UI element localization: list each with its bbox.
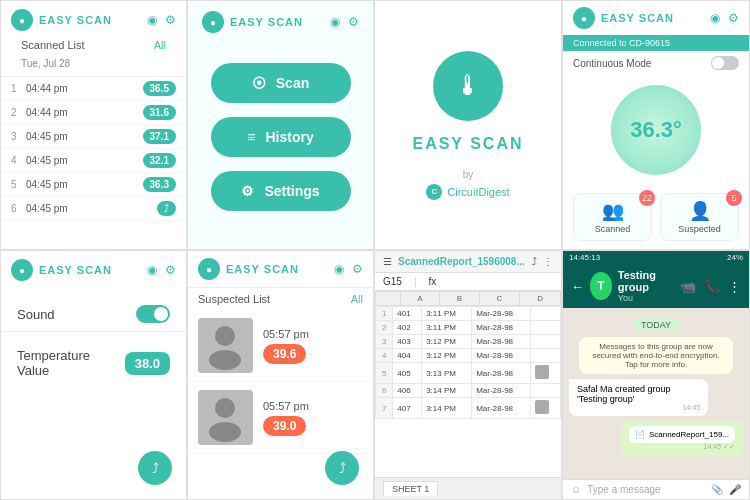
stats-row: 22 👥 Scanned 5 👤 Suspected	[563, 185, 749, 249]
table-cell[interactable]: 3:12 PM	[422, 349, 472, 363]
camera-icon[interactable]: ◉	[147, 263, 157, 277]
camera-icon[interactable]: ◉	[334, 262, 344, 276]
scan-time: 04:45 pm	[26, 131, 143, 142]
table-cell[interactable]: Mar-28-98	[472, 349, 531, 363]
menu-icon[interactable]: ☰	[383, 256, 392, 267]
temp-badge: 32.1	[143, 153, 176, 168]
table-cell[interactable]: 407	[393, 398, 422, 419]
table-cell[interactable]: 402	[393, 321, 422, 335]
cell-ref-bar: G15 | fx	[375, 273, 561, 291]
share-button[interactable]: ⤴	[157, 201, 176, 216]
camera-icon[interactable]: ◉	[330, 15, 340, 29]
splash-panel: 🌡 EASY SCAN by C CircuitDigest	[374, 0, 562, 250]
suspect-photo	[198, 318, 253, 373]
scan-button[interactable]: ⦿ Scan	[211, 63, 351, 103]
table-cell[interactable]: 3:11 PM	[422, 307, 472, 321]
table-cell[interactable]: 401	[393, 307, 422, 321]
call-icon[interactable]: 📞	[704, 279, 720, 294]
more-icon[interactable]: ⋮	[728, 279, 741, 294]
col-header-b: B	[440, 292, 479, 306]
col-header-d: D	[520, 292, 561, 306]
table-cell[interactable]	[531, 307, 561, 321]
continuous-mode-toggle[interactable]	[711, 56, 739, 70]
history-icon: ≡	[247, 129, 255, 145]
suspect-photo	[198, 390, 253, 445]
svg-point-2	[209, 350, 241, 370]
history-label: History	[265, 129, 313, 145]
table-cell[interactable]: Mar-28-98	[472, 321, 531, 335]
table-cell[interactable]: Mar-28-98	[472, 384, 531, 398]
sound-toggle[interactable]	[136, 305, 170, 323]
gear-icon[interactable]: ⚙	[348, 15, 359, 29]
cell-ref[interactable]: G15	[383, 276, 402, 287]
table-cell[interactable]: 3:14 PM	[422, 384, 472, 398]
mic-icon[interactable]: 🎤	[729, 484, 741, 495]
system-message: Messages to this group are now secured w…	[579, 337, 733, 374]
gear-icon[interactable]: ⚙	[352, 262, 363, 276]
message-time: 14:45 ✓✓	[629, 443, 735, 451]
table-cell[interactable]: 404	[393, 349, 422, 363]
menu-buttons: ⦿ Scan ≡ History ⚙ Settings	[211, 63, 351, 211]
table-cell[interactable]: Mar-28-98	[472, 363, 531, 384]
table-cell[interactable]	[531, 349, 561, 363]
filter-all[interactable]: All	[154, 39, 166, 51]
table-row: 14013:11 PMMar-28-98	[376, 307, 561, 321]
more-icon[interactable]: ⋮	[543, 256, 553, 267]
table-row: 54053:13 PMMar-28-98	[376, 363, 561, 384]
table-cell[interactable]: 403	[393, 335, 422, 349]
table-cell[interactable]: 3:11 PM	[422, 321, 472, 335]
spreadsheet-grid[interactable]: A B C D 14013:11 PMMar-28-9824023:11 PMM…	[375, 291, 561, 477]
table-cell[interactable]: 3:12 PM	[422, 335, 472, 349]
toggle-knob	[712, 57, 724, 69]
temp-value-box[interactable]: 38.0	[125, 352, 170, 375]
table-cell[interactable]	[531, 363, 561, 384]
table-cell[interactable]	[531, 321, 561, 335]
table-cell[interactable]: Mar-28-98	[472, 307, 531, 321]
gear-icon[interactable]: ⚙	[728, 11, 739, 25]
file-attachment[interactable]: 📄 ScannedReport_159...	[629, 426, 735, 443]
gear-icon[interactable]: ⚙	[165, 13, 176, 27]
scan-time: 04:44 pm	[26, 83, 143, 94]
group-status: You	[618, 293, 674, 303]
scan-time: 04:45 pm	[26, 155, 143, 166]
video-call-icon[interactable]: 📹	[680, 279, 696, 294]
camera-icon[interactable]: ◉	[710, 11, 720, 25]
share-fab-button[interactable]: ⤴	[325, 451, 359, 485]
settings-button[interactable]: ⚙ Settings	[211, 171, 351, 211]
circuit-digest-brand: C CircuitDigest	[426, 184, 509, 200]
suspect-card: 05:57 pm 39.6	[188, 310, 373, 382]
table-cell[interactable]: 3:13 PM	[422, 363, 472, 384]
message-input[interactable]: Type a message	[587, 484, 705, 495]
attach-icon[interactable]: 📎	[711, 484, 723, 495]
table-cell[interactable]: 3:14 PM	[422, 398, 472, 419]
sheet-tab-1[interactable]: SHEET 1	[383, 481, 438, 496]
table-cell[interactable]	[531, 384, 561, 398]
table-cell[interactable]: 405	[393, 363, 422, 384]
sent-message-file: 📄 ScannedReport_159... 14:45 ✓✓	[621, 421, 743, 456]
share-fab-button[interactable]: ⤴	[138, 451, 172, 485]
scanned-list-panel: ● EASY SCAN ◉ ⚙ Scanned List All Tue, Ju…	[0, 0, 187, 250]
scanned-count-badge: 22	[639, 190, 655, 206]
table-cell[interactable]	[531, 335, 561, 349]
share-icon[interactable]: ⤴	[532, 256, 537, 267]
filter-all[interactable]: All	[351, 293, 363, 305]
gear-icon[interactable]: ⚙	[165, 263, 176, 277]
table-cell[interactable]: Mar-28-98	[472, 335, 531, 349]
suspected-stat-card: 5 👤 Suspected	[660, 193, 739, 241]
history-button[interactable]: ≡ History	[211, 117, 351, 157]
row-number-cell: 1	[376, 307, 393, 321]
settings-icon: ⚙	[241, 183, 254, 199]
table-cell[interactable]	[531, 398, 561, 419]
formula-bar: fx	[429, 276, 553, 287]
row-number-cell: 2	[376, 321, 393, 335]
sound-label: Sound	[17, 307, 55, 322]
suspected-icon: 👤	[667, 200, 732, 222]
back-icon[interactable]: ←	[571, 279, 584, 294]
app-name: EASY SCAN	[39, 264, 112, 276]
camera-icon[interactable]: ◉	[147, 13, 157, 27]
emoji-icon[interactable]: ☺	[571, 484, 581, 495]
table-cell[interactable]: 406	[393, 384, 422, 398]
scanned-stat-card: 22 👥 Scanned	[573, 193, 652, 241]
table-cell[interactable]: Mar-28-98	[472, 398, 531, 419]
person-silhouette	[198, 390, 253, 445]
